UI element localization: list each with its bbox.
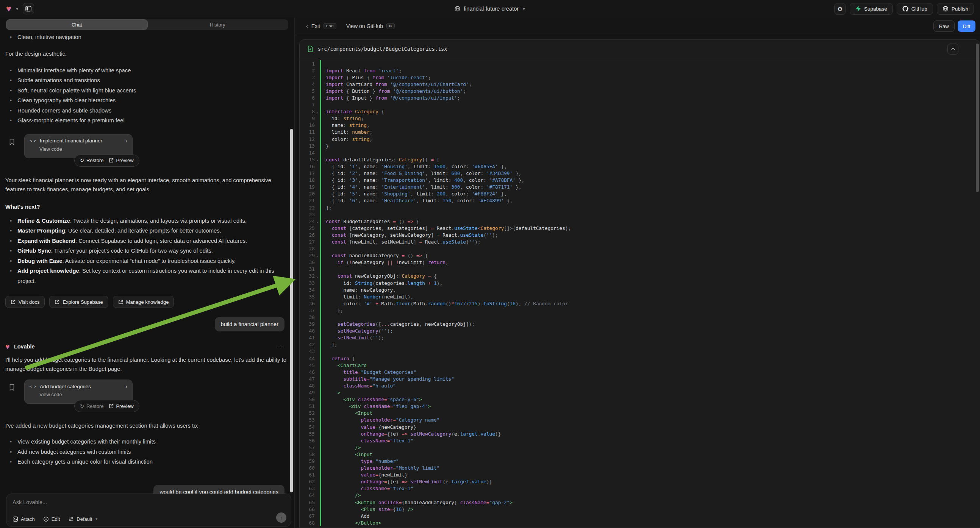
edit-button[interactable]: Edit xyxy=(43,516,60,522)
github-button[interactable]: GitHub xyxy=(897,3,933,15)
bookmark-icon[interactable] xyxy=(9,138,15,145)
diff-added-marker xyxy=(320,417,321,423)
line-number: 49 xyxy=(300,390,315,396)
code-line: 59 type="number" xyxy=(300,458,980,464)
line-number: 39 xyxy=(300,321,315,327)
bookmark-icon[interactable] xyxy=(9,384,15,391)
fold-chevron-icon[interactable]: ⌄ xyxy=(315,157,320,161)
quick-action-button[interactable]: Explore Supabase xyxy=(49,296,108,308)
code-line: 18 { id: '3', name: 'Transportation', li… xyxy=(300,177,980,184)
code-text: <Plus size={16} /> xyxy=(326,506,413,512)
version-card-row: < > Implement financial planner › View c… xyxy=(5,134,289,168)
view-code-link[interactable]: View code xyxy=(40,392,127,397)
chat-input-box[interactable]: Ask Lovable... Attach Edit Default ▼ ↑ xyxy=(6,493,291,527)
file-path-bar[interactable]: src/components/budget/BudgetCategories.t… xyxy=(300,40,980,58)
restore-button[interactable]: ↻Restore xyxy=(80,403,103,409)
next-steps-list: Refine & Customize: Tweak the design, an… xyxy=(5,216,289,286)
diff-added-marker xyxy=(320,369,321,375)
restore-preview-pill: ↻Restore Preview xyxy=(74,400,139,412)
line-number: 53 xyxy=(300,417,315,423)
code-text: </Button> xyxy=(326,520,381,526)
line-number: 32 xyxy=(300,273,315,279)
quick-action-icon xyxy=(54,300,59,305)
exit-button[interactable]: ‹ Exit ESC xyxy=(306,23,336,29)
diff-added-marker xyxy=(320,266,321,273)
quick-action-button[interactable]: Visit docs xyxy=(5,296,45,308)
line-number: 58 xyxy=(300,452,315,457)
diff-added-marker xyxy=(320,122,321,129)
code-line: 24⌄const BudgetCategories = () => { xyxy=(300,218,980,224)
code-line: 53 placeholder="Category name" xyxy=(300,417,980,423)
line-number: 50 xyxy=(300,396,315,402)
settings-button[interactable]: ⚙ xyxy=(834,3,846,15)
project-name: financial-future-creator xyxy=(464,6,519,12)
preview-button[interactable]: Preview xyxy=(109,403,134,409)
quick-action-button[interactable]: Manage knowledge xyxy=(113,296,174,308)
code-line: 44 return ( xyxy=(300,355,980,362)
edit-target-icon xyxy=(43,516,49,522)
supabase-bolt-icon xyxy=(855,6,861,12)
raw-toggle-button[interactable]: Raw xyxy=(934,21,955,32)
line-number: 14 xyxy=(300,150,315,156)
supabase-button[interactable]: Supabase xyxy=(850,3,893,15)
view-on-github-button[interactable]: View on GitHub G xyxy=(346,23,395,29)
code-editor[interactable]: 12import React from 'react';3import { Pl… xyxy=(300,58,980,528)
chevron-down-icon[interactable]: ▼ xyxy=(15,7,19,11)
line-number: 41 xyxy=(300,335,315,340)
diff-added-marker xyxy=(320,273,321,280)
collapse-file-button[interactable] xyxy=(947,44,958,54)
code-text: className="h-auto" xyxy=(326,383,396,389)
tab-chat[interactable]: Chat xyxy=(6,20,147,30)
code-line: 34 name: newCategory, xyxy=(300,286,980,293)
code-text: if (!newCategory || !newLimit) return; xyxy=(326,259,449,265)
fold-chevron-icon[interactable]: ⌄ xyxy=(315,110,320,114)
line-number: 63 xyxy=(300,485,315,491)
code-line: 33 id: String(categories.length + 1), xyxy=(300,280,980,286)
tab-history[interactable]: History xyxy=(147,20,288,30)
code-text: setCategories([...categories, newCategor… xyxy=(326,321,475,327)
code-line: 2import React from 'react'; xyxy=(300,67,980,74)
diff-toggle-button[interactable]: Diff xyxy=(958,21,975,32)
code-text: id: string; xyxy=(326,116,364,121)
line-number: 16 xyxy=(300,164,315,169)
code-file-card: src/components/budget/BudgetCategories.t… xyxy=(299,40,980,528)
code-line: 62 onChange={(e) => setNewLimit(e.target… xyxy=(300,479,980,485)
restore-button[interactable]: ↻Restore xyxy=(80,157,103,163)
line-number: 43 xyxy=(300,348,315,354)
sidebar-toggle-button[interactable] xyxy=(23,3,34,14)
diff-added-marker xyxy=(320,197,321,204)
send-button[interactable]: ↑ xyxy=(276,512,286,523)
diff-added-marker xyxy=(320,87,321,94)
preview-button[interactable]: Preview xyxy=(109,157,134,163)
mode-select[interactable]: Default ▼ xyxy=(68,516,98,522)
diff-added-marker xyxy=(320,191,321,197)
diff-added-marker xyxy=(320,437,321,444)
code-line: 56 className="flex-1" xyxy=(300,437,980,444)
restore-icon: ↻ xyxy=(80,403,84,409)
code-text: limit: Number(newLimit), xyxy=(326,294,413,300)
code-line: 52 <Input xyxy=(300,410,980,417)
attach-button[interactable]: Attach xyxy=(13,516,35,522)
code-line: 23 xyxy=(300,211,980,218)
lovable-heart-logo[interactable]: ♥ xyxy=(6,4,11,13)
code-line: 48 className="h-auto" xyxy=(300,382,980,389)
code-text: import ChartCard from '@/components/ui/C… xyxy=(326,81,472,87)
diff-added-marker xyxy=(320,211,321,218)
publish-button[interactable]: Publish xyxy=(937,3,974,15)
fold-chevron-icon[interactable]: ⌄ xyxy=(315,254,320,258)
code-text: const handleAddCategory = () => { xyxy=(326,253,428,258)
sidebar-toggle-icon xyxy=(25,6,32,12)
chat-scrollbar[interactable] xyxy=(290,129,293,492)
project-menu[interactable]: financial-future-creator ▼ xyxy=(454,0,526,17)
list-item: Soft, neutral color palette with light b… xyxy=(5,86,289,96)
g-key-badge: G xyxy=(387,23,395,29)
code-line: 47 subtitle="Manage your spending limits… xyxy=(300,375,980,382)
ellipsis-icon[interactable]: ⋯ xyxy=(277,343,284,350)
fold-chevron-icon[interactable]: ⌄ xyxy=(315,274,320,278)
code-scrollbar[interactable] xyxy=(976,44,979,192)
view-code-link[interactable]: View code xyxy=(40,146,127,152)
diff-added-marker xyxy=(320,286,321,293)
list-item: Each category gets a unique color for vi… xyxy=(5,457,289,467)
line-number: 21 xyxy=(300,198,315,204)
fold-chevron-icon[interactable]: ⌄ xyxy=(315,219,320,223)
